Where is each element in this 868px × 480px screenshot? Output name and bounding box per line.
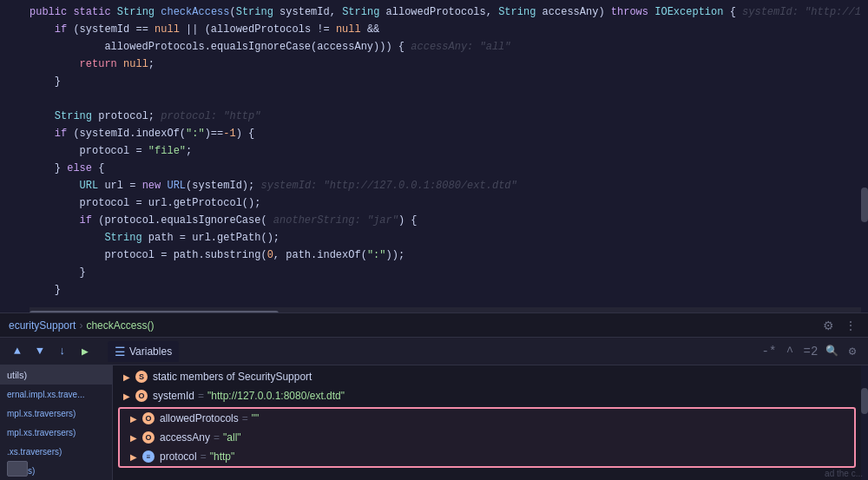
code-line-8: if (systemId.indexOf(":")==-1) { (0, 125, 868, 142)
debug-expand-icon[interactable]: ^ (781, 343, 799, 360)
variables-tab-label: Variables (129, 345, 172, 358)
file-item-3[interactable]: mpl.xs.traversers) (0, 423, 112, 442)
file-item-1[interactable]: ernal.impl.xs.trave... (0, 385, 112, 404)
var-list: ▶ S static members of SecuritySupport ▶ … (113, 365, 861, 471)
var-eq-5: = (201, 450, 207, 463)
editor-container: public static String checkAccess(String … (0, 0, 868, 480)
var-expand-arrow-3: ▶ (130, 414, 139, 424)
code-text-8: if (systemId.indexOf(":")==-1) { (30, 128, 868, 140)
var-protocol[interactable]: ▶ ≡ protocol = "http" (120, 447, 854, 466)
var-icon-3: O (142, 412, 155, 424)
code-line-16: } (0, 264, 868, 281)
debug-right-icons: -* ^ =2 🔍 ⚙ (760, 343, 861, 360)
var-val-2: "http://127.0.0.1:8080/ext.dtd" (207, 390, 345, 402)
code-text-16: } (30, 266, 868, 279)
variables-panel: ▶ S static members of SecuritySupport ▶ … (113, 365, 861, 480)
code-line-3: allowedProtocols.equalsIgnoreCase(access… (0, 38, 868, 56)
code-line-7: String protocol; protocol: "http" (0, 108, 868, 125)
var-icon-1: S (135, 371, 148, 383)
debug-settings-icon[interactable]: -* (760, 343, 778, 360)
code-text-3: allowedProtocols.equalsIgnoreCase(access… (30, 41, 868, 53)
code-text-11: URL url = new URL(systemId); systemId: "… (30, 180, 868, 192)
code-lines: public static String checkAccess(String … (0, 0, 868, 312)
code-text-12: protocol = url.getProtocol(); (30, 197, 868, 209)
var-expand-arrow-1: ▶ (123, 372, 132, 382)
var-name-1: static members of SecuritySupport (153, 371, 312, 383)
code-text-1: public static String checkAccess(String … (30, 6, 868, 18)
more-icon[interactable]: ⋮ (842, 317, 859, 334)
code-text-6 (30, 93, 868, 105)
breadcrumb-separator: › (79, 319, 82, 332)
step-up-button[interactable]: ▲ (7, 341, 28, 362)
step-down-button[interactable]: ▼ (30, 341, 50, 362)
var-expand-arrow-5: ▶ (130, 452, 139, 462)
var-name-2: systemId (153, 390, 194, 402)
code-text-5: } (30, 76, 868, 88)
var-eq-4: = (214, 431, 220, 444)
var-allowedProtocols[interactable]: ▶ O allowedProtocols = "" (120, 409, 854, 428)
highlighted-vars-box: ▶ O allowedProtocols = "" ▶ O accessAny … (118, 407, 856, 468)
var-name-5: protocol (160, 450, 197, 463)
code-line-4: return null; (0, 56, 868, 73)
var-eq-3: = (242, 412, 248, 424)
file-item-4[interactable]: .xs.traversers) (0, 442, 112, 461)
var-val-3: "" (252, 412, 260, 424)
debug-gear-icon[interactable]: ⚙ (844, 343, 861, 360)
step-into-button[interactable]: ↓ (52, 341, 73, 362)
file-icon (7, 461, 28, 477)
code-text-10: } else { (30, 162, 868, 174)
code-line-6 (0, 90, 868, 108)
code-line-9: protocol = "file"; (0, 142, 868, 160)
debug-more-icon[interactable]: =2 (802, 343, 819, 360)
code-text-9: protocol = "file"; (30, 145, 868, 157)
var-static-members[interactable]: ▶ S static members of SecuritySupport (113, 367, 861, 386)
var-expand-arrow-2: ▶ (123, 391, 132, 401)
code-line-11: URL url = new URL(systemId); systemId: "… (0, 177, 868, 194)
breadcrumb-right-controls: ⚙ ⋮ (819, 317, 859, 334)
debug-panel: ▲ ▼ ↓ ▶ ☰ Variables -* ^ =2 🔍 ⚙ utils) (0, 337, 868, 480)
breadcrumb-bar: ecuritySupport › checkAccess() ⚙ ⋮ (0, 312, 868, 337)
code-text-17: } (30, 284, 868, 296)
code-text-15: protocol = path.substring(0, path.indexO… (30, 249, 868, 261)
var-eq-2: = (198, 390, 204, 402)
code-line-12: protocol = url.getProtocol(); (0, 194, 868, 212)
code-editor: public static String checkAccess(String … (0, 0, 868, 312)
code-line-2: if (systemId == null || (allowedProtocol… (0, 21, 868, 38)
file-item-utils[interactable]: utils) (0, 365, 112, 385)
breadcrumb-method: checkAccess() (86, 319, 154, 332)
variables-tab-icon: ☰ (115, 345, 126, 358)
var-icon-2: O (135, 390, 148, 402)
var-systemId[interactable]: ▶ O systemId = "http://127.0.0.1:8080/ex… (113, 386, 861, 405)
code-line-13: if (protocol.equalsIgnoreCase( anotherSt… (0, 212, 868, 229)
var-val-4: "all" (223, 431, 241, 444)
resume-button[interactable]: ▶ (75, 341, 95, 362)
code-text-2: if (systemId == null || (allowedProtocol… (30, 23, 868, 36)
var-name-4: accessAny (160, 431, 210, 444)
var-icon-4: O (142, 431, 155, 444)
code-text-7: String protocol; protocol: "http" (30, 110, 868, 122)
code-line-1: public static String checkAccess(String … (0, 3, 868, 21)
debug-main: utils) ernal.impl.xs.trave... mpl.xs.tra… (0, 365, 868, 480)
settings-icon[interactable]: ⚙ (819, 317, 837, 334)
debug-scrollbar[interactable] (861, 365, 868, 480)
variables-tab[interactable]: ☰ Variables (108, 341, 179, 362)
code-line-10: } else { (0, 160, 868, 177)
debug-controls: ▲ ▼ ↓ ▶ (7, 341, 95, 362)
code-line-14: String path = url.getPath(); (0, 229, 868, 247)
code-line-5: } (0, 73, 868, 90)
debug-search-icon[interactable]: 🔍 (823, 343, 840, 360)
horizontal-scrollbar[interactable] (30, 307, 861, 312)
code-line-15: protocol = path.substring(0, path.indexO… (0, 247, 868, 264)
vertical-scrollbar[interactable] (861, 0, 868, 312)
var-val-5: "http" (210, 450, 235, 463)
left-file-panel: utils) ernal.impl.xs.trave... mpl.xs.tra… (0, 365, 113, 480)
file-item-2[interactable]: mpl.xs.traversers) (0, 404, 112, 423)
code-text-14: String path = url.getPath(); (30, 232, 868, 244)
code-text-4: return null; (30, 58, 868, 70)
code-text-13: if (protocol.equalsIgnoreCase( anotherSt… (30, 214, 868, 227)
var-accessAny[interactable]: ▶ O accessAny = "all" (120, 428, 854, 447)
debug-toolbar: ▲ ▼ ↓ ▶ ☰ Variables -* ^ =2 🔍 ⚙ (0, 338, 868, 365)
status-bar-right: ad the c... (819, 467, 868, 480)
breadcrumb-class: ecuritySupport (9, 319, 76, 332)
var-name-3: allowedProtocols (160, 412, 239, 424)
